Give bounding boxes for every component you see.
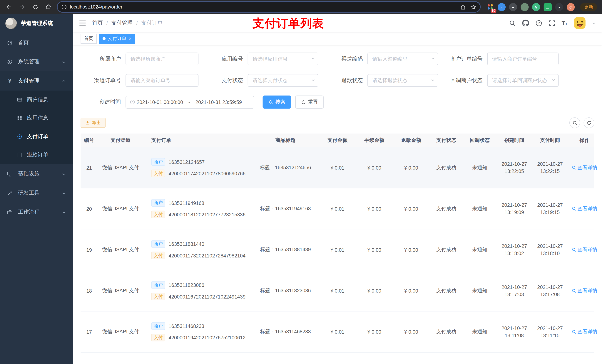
pay-order-no: 4200001173202110272847982104 <box>168 253 246 258</box>
filter-app-no: 应用编号 <box>203 52 318 65</box>
pay-status-select[interactable] <box>248 74 318 87</box>
tab-home[interactable]: 首页 <box>81 33 97 43</box>
col-notify-status: 回调状态 <box>463 137 496 144</box>
extension-vue-icon[interactable]: V <box>532 3 540 11</box>
table-row: 21 微信 JSAPI 支付 商户 1635312124657 支付 42000… <box>81 147 594 188</box>
back-icon[interactable] <box>4 1 15 12</box>
reset-button[interactable]: 重置 <box>295 95 323 109</box>
fullscreen-icon[interactable] <box>548 20 555 26</box>
home-icon[interactable] <box>43 1 54 12</box>
cell-actions: 查看详情 <box>568 164 601 171</box>
font-size-icon[interactable]: TT <box>562 20 568 26</box>
cell-notify-status: 未通知 <box>463 205 496 212</box>
view-detail-link[interactable]: 查看详情 <box>572 164 597 171</box>
sidebar-item-infra[interactable]: 基础设施 <box>0 164 73 184</box>
notify-status-select[interactable] <box>487 74 559 87</box>
hamburger-icon[interactable] <box>79 20 86 26</box>
sidebar-item-payment[interactable]: ¥ 支付管理 <box>0 71 73 91</box>
pay-tag: 支付 <box>151 293 165 300</box>
help-icon[interactable]: ? <box>536 20 542 26</box>
breadcrumb-home[interactable]: 首页 <box>92 20 103 26</box>
reload-icon[interactable] <box>30 1 41 12</box>
sidebar-item-pay-order[interactable]: 支付订单 <box>0 127 73 146</box>
sidebar-item-workflow[interactable]: 工作流程 <box>0 203 73 222</box>
search-icon[interactable] <box>509 20 516 26</box>
cell-pay-status: 支付成功 <box>430 287 463 294</box>
extension-green-gray-icon[interactable] <box>521 3 529 11</box>
site-info-icon[interactable] <box>62 4 67 10</box>
filter-merchant-order-no: 商户订单编号 <box>442 52 559 65</box>
tab-pay-order[interactable]: 支付订单 × <box>99 33 135 43</box>
filter-create-time: 创建时间 2021-10-01 00:00:00 - 2021-10-31 23… <box>81 95 254 109</box>
browser-menu-icon[interactable]: ⋮ <box>599 3 602 10</box>
breadcrumb-payment[interactable]: 支付管理 <box>111 20 133 26</box>
sidebar-item-refund-order[interactable]: 退款订单 <box>0 146 73 164</box>
cell-subject: 标题：1635311823086 <box>252 287 319 294</box>
extension-avatar-icon[interactable]: ☺ <box>567 3 575 11</box>
sidebar-item-label: 首页 <box>18 39 29 46</box>
cell-notify-status: 未通知 <box>463 164 496 171</box>
cell-pay-amount: ¥ 0.01 <box>319 165 356 171</box>
user-avatar[interactable] <box>574 17 586 29</box>
view-detail-link[interactable]: 查看详情 <box>572 328 597 335</box>
filter-notify-status: 回调商户状态 <box>442 74 559 87</box>
refresh-icon <box>301 100 306 104</box>
address-bar[interactable]: localhost:1024/pay/order <box>58 2 480 12</box>
export-button[interactable]: 导出 <box>81 118 106 128</box>
merchant-order-no-input[interactable] <box>487 52 559 65</box>
tab-active-dot <box>103 37 106 40</box>
cell-fee-amount: ¥ 0.00 <box>356 329 393 335</box>
user-menu-caret-icon[interactable] <box>592 21 596 25</box>
navbar-actions: ? TT <box>509 17 596 29</box>
chevron-down-icon <box>62 172 66 176</box>
refund-status-select[interactable] <box>367 74 438 87</box>
merchant-tag: 商户 <box>151 281 165 289</box>
logo-avatar <box>5 18 17 29</box>
main-area: 首页 / 支付管理 / 支付订单 支付订单列表 ? TT <box>73 14 602 364</box>
share-icon[interactable] <box>460 4 466 10</box>
create-time-range[interactable]: 2021-10-01 00:00:00 - 2021-10-31 23:59:5… <box>126 96 254 108</box>
view-detail-link[interactable]: 查看详情 <box>572 205 597 212</box>
download-icon <box>85 120 90 125</box>
extension-pin-icon[interactable]: ▪ <box>555 3 563 11</box>
cell-subject: 标题：1635311949168 <box>252 205 319 212</box>
toggle-search-button[interactable] <box>570 117 580 128</box>
table-body: 21 微信 JSAPI 支付 商户 1635312124657 支付 42000… <box>81 147 594 364</box>
app-no-select[interactable] <box>248 52 318 65</box>
extension-gray-icon[interactable]: ● <box>509 3 517 11</box>
browser-update-button[interactable]: 更新 <box>580 3 597 11</box>
merchant-order-no: 1635312124657 <box>168 159 204 165</box>
cell-create-time: 2021-10-2713:18:02 <box>496 242 532 257</box>
sidebar-item-system[interactable]: 系统管理 <box>0 52 73 71</box>
col-refund-amount: 退款金额 <box>393 137 430 144</box>
channel-code-select[interactable] <box>367 52 438 65</box>
filter-label: 退款状态 <box>322 77 367 84</box>
sidebar-item-app-info[interactable]: 应用信息 <box>0 109 73 127</box>
range-end: 2021-10-31 23:59:59 <box>195 99 242 105</box>
bookmark-star-icon[interactable] <box>470 4 476 10</box>
extensions-area: 10 ◦ ● V ☰ ▪ ☺ <box>486 3 575 11</box>
sidebar-item-dev-tools[interactable]: 研发工具 <box>0 183 73 203</box>
tab-close-icon[interactable]: × <box>129 36 132 41</box>
extension-chat-icon[interactable]: ☰ <box>544 3 552 11</box>
cell-pay-time: 2021-10-2713:11:15 <box>532 325 568 339</box>
sidebar-item-home[interactable]: 首页 <box>0 33 73 52</box>
search-button[interactable]: 搜索 <box>263 95 291 109</box>
view-detail-link[interactable]: 查看详情 <box>572 287 597 294</box>
cell-pay-time: 2021-10-2713:17:08 <box>532 283 568 298</box>
extension-blue-icon[interactable]: ◦ <box>498 3 506 11</box>
col-id: 编号 <box>81 137 97 144</box>
channel-order-no-input[interactable] <box>126 74 198 87</box>
cell-create-time: 2021-10-2713:11:08 <box>496 325 532 339</box>
merchant-input[interactable] <box>126 52 198 65</box>
sidebar-item-merchant-info[interactable]: 商户信息 <box>0 90 73 109</box>
breadcrumb-separator: / <box>106 20 108 26</box>
view-detail-link[interactable]: 查看详情 <box>572 246 597 253</box>
extension-colorful-icon[interactable]: 10 <box>486 3 494 11</box>
refresh-table-button[interactable] <box>583 117 594 128</box>
forward-icon[interactable] <box>17 1 28 12</box>
cell-notify-status: 未通知 <box>463 328 496 335</box>
filter-row-3: 创建时间 2021-10-01 00:00:00 - 2021-10-31 23… <box>81 95 594 109</box>
github-icon[interactable] <box>522 20 529 26</box>
table-row: 商户 1635311351786 支付 <box>81 353 594 364</box>
